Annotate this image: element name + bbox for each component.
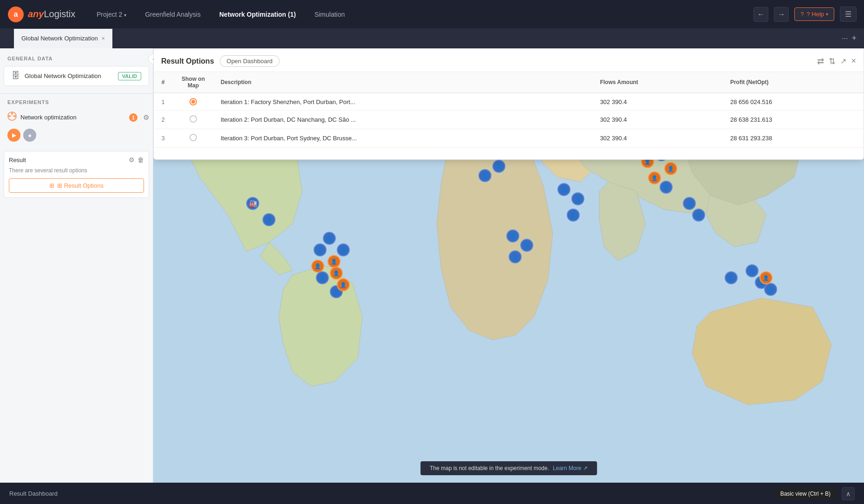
db-icon: 🗄: [12, 71, 20, 81]
nav-greenfield[interactable]: Greenfield Analysis: [141, 9, 204, 20]
nav-forward-btn[interactable]: →: [774, 7, 789, 22]
result-options-panel: Result Options Open Dashboard ⇄ ⇅ ↗ × # …: [153, 48, 864, 160]
table-row[interactable]: 3 Iteration 3: Port Durban, Port Sydney,…: [154, 129, 864, 148]
marker-china-4[interactable]: 👤: [648, 171, 661, 184]
nav-project[interactable]: Project 2 ▾: [93, 9, 130, 20]
panel-close-btn[interactable]: ×: [851, 56, 856, 66]
table-row[interactable]: 2 Iteration 2: Port Durban, DC Nanchang,…: [154, 111, 864, 129]
bottom-up-btn[interactable]: ∧: [842, 487, 855, 500]
tab-dots[interactable]: ···: [842, 34, 848, 43]
experiment-buttons: ▶ ■: [0, 127, 153, 147]
marker-sea-2[interactable]: 👤: [692, 209, 705, 222]
tab-close-btn[interactable]: ×: [102, 35, 105, 42]
help-btn[interactable]: ? ? Help ▾: [794, 7, 834, 21]
result-table-header: # Show on Map Description Flows Amount P…: [154, 72, 864, 93]
marker-eu-2[interactable]: 👤: [492, 160, 505, 173]
tab-bar: Global Network Optimization × ··· +: [0, 29, 864, 48]
col-show: Show on Map: [172, 72, 214, 93]
experiment-badge: 1: [129, 113, 137, 122]
nav-network-opt[interactable]: Network Optimization (1): [216, 9, 300, 20]
table-row[interactable]: 1 Iteration 1: Factory Shenzhen, Port Du…: [154, 93, 864, 111]
marker-china-5[interactable]: 👤: [660, 181, 673, 194]
row3-radio-btn[interactable]: [190, 134, 197, 141]
tab-global-network[interactable]: Global Network Optimization ×: [14, 29, 113, 48]
marker-sa-3[interactable]: 👤: [337, 243, 350, 256]
result-panel-header: Result Options Open Dashboard ⇄ ⇅ ↗ ×: [154, 49, 864, 72]
panel-sync-icon[interactable]: ⇄: [817, 56, 824, 66]
logo-area: a anyLogistix: [7, 6, 82, 23]
row1-desc: Iteration 1: Factory Shenzhen, Port Durb…: [214, 93, 594, 111]
row2-radio-btn[interactable]: [190, 115, 197, 123]
marker-sa-7[interactable]: 👤: [316, 271, 329, 284]
marker-sa-4[interactable]: 👤: [323, 232, 336, 245]
marker-aus-3[interactable]: 👤: [764, 283, 777, 296]
col-num: #: [154, 72, 172, 93]
map-notification: The map is not editable in the experimen…: [420, 461, 597, 475]
marker-aus-5[interactable]: 👤: [746, 264, 759, 277]
marker-sa-9[interactable]: 👤: [337, 278, 350, 291]
nav-simulation[interactable]: Simulation: [311, 9, 348, 20]
result-options-btn[interactable]: ⊞ ⊞ Result Options: [9, 178, 144, 193]
play-btn[interactable]: ▶: [7, 129, 20, 142]
result-message: There are several result options: [9, 167, 144, 174]
result-header: Result ⚙ 🗑: [9, 156, 144, 164]
marker-sa-5[interactable]: 👤: [311, 260, 324, 273]
open-dashboard-btn[interactable]: Open Dashboard: [220, 55, 280, 67]
nav-back-btn[interactable]: ←: [753, 7, 768, 22]
marker-factory[interactable]: 🏭: [246, 197, 259, 210]
learn-more-link[interactable]: Learn More ↗: [553, 465, 588, 471]
row1-num: 1: [154, 93, 172, 111]
marker-sa-6[interactable]: 👤: [330, 267, 343, 280]
panel-expand-icon[interactable]: ↗: [840, 57, 846, 65]
stop-btn[interactable]: ■: [23, 129, 36, 142]
col-description: Description: [214, 72, 594, 93]
marker-china-3[interactable]: 👤: [664, 162, 677, 175]
logo-icon: a: [7, 6, 24, 23]
row2-radio[interactable]: [172, 111, 214, 129]
result-icons: ⚙ 🗑: [129, 156, 144, 164]
valid-badge: VALID: [118, 72, 141, 80]
marker-me-1[interactable]: 👤: [557, 183, 570, 196]
result-title: Result: [9, 157, 26, 164]
marker-af-2[interactable]: 👤: [520, 239, 533, 252]
row2-profit: 28 638 231.613: [724, 111, 864, 129]
row1-radio[interactable]: [172, 93, 214, 111]
marker-af-3[interactable]: 👤: [509, 250, 522, 263]
marker-sa-2[interactable]: 👤: [327, 255, 340, 268]
panel-share-icon[interactable]: ⇅: [829, 56, 836, 66]
experiment-name: Network optimization: [20, 114, 129, 121]
logo-text: anyLogistix: [28, 9, 75, 20]
marker-aus-1[interactable]: 👤: [725, 271, 738, 284]
svg-text:a: a: [14, 10, 18, 18]
bottom-bar: Result Dashboard Basic view (Ctrl + B) ∧: [0, 483, 864, 504]
basic-view-badge: Basic view (Ctrl + B): [775, 489, 836, 499]
tab-plus[interactable]: +: [851, 33, 857, 43]
row3-num: 3: [154, 129, 172, 148]
marker-me-2[interactable]: 👤: [571, 192, 584, 205]
marker-sea-1[interactable]: 👤: [683, 197, 696, 210]
experiment-row: Network optimization 1 ⚙: [0, 110, 153, 127]
row3-radio[interactable]: [172, 129, 214, 148]
marker-sa-1[interactable]: 👤: [314, 243, 327, 256]
row3-profit: 28 631 293.238: [724, 129, 864, 148]
marker-aus-4[interactable]: 👤: [759, 271, 772, 284]
nav-right-actions: ← → ? ? Help ▾ ☰: [753, 7, 857, 22]
menu-btn[interactable]: ☰: [840, 7, 857, 22]
row1-radio-btn[interactable]: [190, 98, 197, 105]
result-table-body: 1 Iteration 1: Factory Shenzhen, Port Du…: [154, 93, 864, 148]
marker-af-1[interactable]: 👤: [506, 229, 519, 242]
map-area: 🏭 👤 👤 👤 👤 👤 👤 👤 👤 👤 👤 👤 👤 👤 👤 👤 👤 👤 👤 👤 …: [153, 48, 864, 483]
sidebar: ‹ GENERAL DATA 🗄 Global Network Optimiza…: [0, 48, 153, 483]
svg-point-3: [8, 115, 10, 117]
marker-user-1[interactable]: 👤: [262, 213, 275, 226]
experiment-gear-icon[interactable]: ⚙: [143, 113, 149, 122]
row1-flows: 302 390.4: [594, 93, 724, 111]
marker-india[interactable]: 👤: [567, 209, 580, 222]
marker-eu-1[interactable]: 👤: [478, 169, 491, 182]
top-nav: a anyLogistix Project 2 ▾ Greenfield Ana…: [0, 0, 864, 29]
col-flows: Flows Amount: [594, 72, 724, 93]
row3-flows: 302 390.4: [594, 129, 724, 148]
sidebar-item-label: Global Network Optimization: [25, 72, 113, 79]
result-gear-icon[interactable]: ⚙: [129, 156, 135, 164]
result-trash-icon[interactable]: 🗑: [137, 156, 144, 164]
